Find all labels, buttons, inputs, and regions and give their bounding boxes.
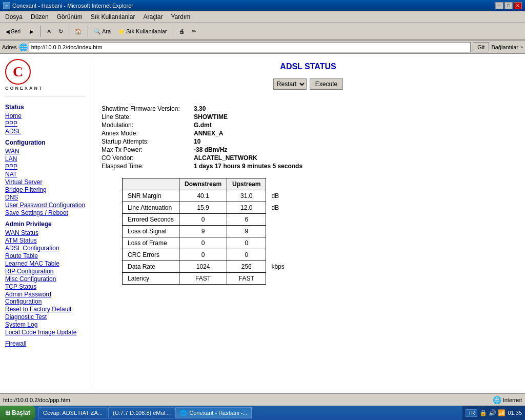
close-button[interactable]: ✕ bbox=[514, 2, 522, 9]
col-header-downstream: Downstream bbox=[179, 178, 227, 190]
sidebar-item-lan[interactable]: LAN bbox=[5, 155, 86, 163]
row-downstream-7: FAST bbox=[179, 273, 227, 285]
maximize-button[interactable]: □ bbox=[504, 2, 513, 9]
config-section-title: Configuration bbox=[5, 139, 86, 146]
row-label-4: Loss of Frame bbox=[123, 237, 179, 249]
edit-button[interactable]: ✏ bbox=[189, 25, 199, 38]
menu-favorites[interactable]: Sık Kullanılanlar bbox=[88, 12, 138, 22]
address-label: Adres bbox=[2, 44, 17, 50]
address-input[interactable] bbox=[29, 42, 471, 52]
row-unit-1: dB bbox=[266, 202, 290, 214]
window-title: Conexant - Hasbani - Microsoft Internet … bbox=[12, 3, 133, 9]
menu-yardim[interactable]: Yardım bbox=[168, 12, 193, 22]
row-unit-0: dB bbox=[266, 190, 290, 202]
favorites-button[interactable]: ⭐ Sık Kullanılanlar bbox=[115, 25, 170, 38]
sidebar-item-adsl[interactable]: ADSL bbox=[5, 128, 86, 135]
co-vendor-value: ALCATEL_NETWORK bbox=[194, 154, 257, 162]
sidebar-item-diagnostic[interactable]: Diagnostic Test bbox=[5, 313, 86, 321]
line-state-label: Line State: bbox=[102, 113, 194, 121]
window-controls[interactable]: ─ □ ✕ bbox=[495, 2, 522, 9]
col-header-unit bbox=[266, 178, 290, 190]
refresh-button[interactable]: ↻ bbox=[56, 25, 66, 38]
sidebar-item-learned-mac[interactable]: Learned MAC Table bbox=[5, 260, 86, 267]
minimize-button[interactable]: ─ bbox=[495, 2, 503, 9]
links-arrow: » bbox=[520, 45, 523, 50]
menu-gorunum[interactable]: Görünüm bbox=[54, 12, 86, 22]
row-unit-2 bbox=[266, 214, 290, 226]
sidebar-item-firewall[interactable]: Firewall bbox=[5, 340, 86, 347]
firmware-value: 3.30 bbox=[194, 105, 206, 112]
sidebar-item-dns[interactable]: DNS bbox=[5, 194, 86, 201]
search-button[interactable]: 🔍 Ara bbox=[91, 25, 113, 38]
table-row: Data Rate 1024 256 kbps bbox=[123, 261, 290, 273]
sidebar-item-virtual-server[interactable]: Virtual Server bbox=[5, 178, 86, 186]
links-button[interactable]: Bağlantılar bbox=[491, 44, 518, 50]
co-vendor-label: CO Vendor: bbox=[102, 154, 194, 162]
row-label-7: Latency bbox=[123, 273, 179, 285]
sidebar: C CONEXANT Status Home PPP ADSL Configur… bbox=[0, 54, 91, 392]
print-button[interactable]: 🖨 bbox=[176, 25, 187, 38]
row-downstream-5: 0 bbox=[179, 249, 227, 261]
table-row: Line Attenuation 15.9 12.0 dB bbox=[123, 202, 290, 214]
sidebar-item-local-code[interactable]: Local Code Image Update bbox=[5, 329, 86, 336]
row-label-1: Line Attenuation bbox=[123, 202, 179, 214]
sidebar-item-wan-status[interactable]: WAN Status bbox=[5, 229, 86, 236]
row-downstream-6: 1024 bbox=[179, 261, 227, 273]
row-upstream-6: 256 bbox=[227, 261, 266, 273]
app-icon: e bbox=[3, 2, 10, 9]
action-select[interactable]: Restart Start Stop bbox=[273, 78, 307, 90]
sidebar-item-home[interactable]: Home bbox=[5, 112, 86, 119]
sidebar-item-adsl-config[interactable]: ADSL Configuration bbox=[5, 245, 86, 252]
home-button[interactable]: 🏠 bbox=[72, 25, 85, 38]
status-section-title: Status bbox=[5, 104, 86, 111]
sidebar-item-ppp[interactable]: PPP bbox=[5, 120, 86, 127]
conexant-logo: C bbox=[5, 59, 31, 85]
annex-label: Annex Mode: bbox=[102, 130, 194, 137]
menu-bar: Dosya Düzen Görünüm Sık Kullanılanlar Ar… bbox=[0, 11, 525, 23]
logo-area: C CONEXANT bbox=[5, 59, 86, 96]
forward-button[interactable]: ▶ bbox=[26, 25, 37, 38]
row-unit-3 bbox=[266, 226, 290, 237]
go-button[interactable]: Git bbox=[473, 42, 489, 52]
sidebar-item-admin-password[interactable]: Admin Password Configuration bbox=[5, 291, 86, 305]
menu-duzen[interactable]: Düzen bbox=[28, 12, 52, 22]
sidebar-item-save-reboot[interactable]: Save Settings / Reboot bbox=[5, 209, 86, 216]
col-header-upstream: Upstream bbox=[227, 178, 266, 190]
row-upstream-2: 6 bbox=[227, 214, 266, 226]
content-area: ADSL STATUS Restart Start Stop Execute S… bbox=[91, 54, 525, 392]
menu-dosya[interactable]: Dosya bbox=[2, 12, 26, 22]
max-tx-label: Max Tx Power: bbox=[102, 146, 194, 153]
sidebar-item-system-log[interactable]: System Log bbox=[5, 321, 86, 328]
row-upstream-4: 0 bbox=[227, 237, 266, 249]
sidebar-item-wan[interactable]: WAN bbox=[5, 148, 86, 155]
sidebar-item-rip-config[interactable]: RIP Configuration bbox=[5, 268, 86, 275]
menu-araclar[interactable]: Araçlar bbox=[140, 12, 166, 22]
admin-section-title: Admin Privilege bbox=[5, 221, 86, 228]
sidebar-item-tcp-status[interactable]: TCP Status bbox=[5, 283, 86, 290]
sidebar-item-atm-status[interactable]: ATM Status bbox=[5, 237, 86, 244]
sidebar-status-section: Status Home PPP ADSL bbox=[5, 104, 86, 135]
sidebar-item-bridge-filtering[interactable]: Bridge Filtering bbox=[5, 186, 86, 193]
startup-label: Startup Attempts: bbox=[102, 138, 194, 145]
firmware-label: Showtime Firmware Version: bbox=[102, 105, 194, 112]
row-upstream-0: 31.0 bbox=[227, 190, 266, 202]
row-unit-5 bbox=[266, 249, 290, 261]
sidebar-item-nat[interactable]: NAT bbox=[5, 171, 86, 178]
row-label-3: Loss of Signal bbox=[123, 226, 179, 237]
sidebar-item-route-table[interactable]: Route Table bbox=[5, 252, 86, 259]
sidebar-item-ppp-config[interactable]: PPP bbox=[5, 163, 86, 170]
stop-button[interactable]: ✕ bbox=[44, 25, 54, 38]
sidebar-item-misc-config[interactable]: Misc Configuration bbox=[5, 275, 86, 283]
modulation-label: Modulation: bbox=[102, 122, 194, 129]
table-row: Latency FAST FAST bbox=[123, 273, 290, 285]
execute-button[interactable]: Execute bbox=[310, 78, 343, 90]
sidebar-config-section: Configuration WAN LAN PPP NAT Virtual Se… bbox=[5, 139, 86, 216]
info-section: Showtime Firmware Version: 3.30 Line Sta… bbox=[102, 105, 515, 170]
row-upstream-3: 9 bbox=[227, 226, 266, 237]
sidebar-item-user-password[interactable]: User Password Configuration bbox=[5, 202, 86, 209]
sidebar-item-reset-factory[interactable]: Reset to Factory Default bbox=[5, 306, 86, 313]
back-button[interactable]: ◀ Geri bbox=[2, 25, 24, 38]
row-downstream-0: 40.1 bbox=[179, 190, 227, 202]
logo-text: CONEXANT bbox=[5, 86, 44, 91]
row-downstream-2: 0 bbox=[179, 214, 227, 226]
